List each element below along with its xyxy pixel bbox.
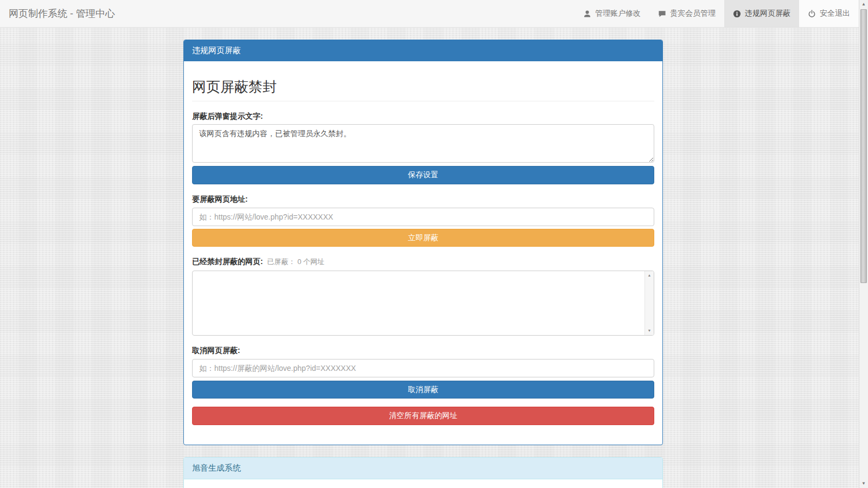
top-navbar: 网页制作系统 - 管理中心 管理账户修改 贵宾会员管理 违规网页屏蔽 安全退出 xyxy=(0,0,859,28)
page-scrollbar[interactable]: ▲ ▼ xyxy=(859,0,868,488)
block-url-label: 要屏蔽网页地址: xyxy=(192,194,654,204)
main-content: 违规网页屏蔽 网页屏蔽禁封 屏蔽后弹窗提示文字: 该网页含有违规内容，已被管理员… xyxy=(183,40,663,488)
unblock-url-label: 取消网页屏蔽: xyxy=(192,345,654,356)
nav-item-label: 管理账户修改 xyxy=(595,9,641,18)
popup-text-input[interactable]: 该网页含有违规内容，已被管理员永久禁封。 xyxy=(192,124,654,163)
blocked-list-scrollbar[interactable]: ▲ ▼ xyxy=(644,271,654,335)
save-settings-button[interactable]: 保存设置 xyxy=(192,166,654,184)
block-panel: 违规网页屏蔽 网页屏蔽禁封 屏蔽后弹窗提示文字: 该网页含有违规内容，已被管理员… xyxy=(183,40,663,445)
scroll-down-icon[interactable]: ▼ xyxy=(645,327,654,335)
blocked-count-badge: 已屏蔽： 0 个网址 xyxy=(267,258,324,266)
generator-panel: 旭音生成系统 xyxy=(183,457,663,488)
comment-icon xyxy=(658,10,666,18)
scrollbar-thumb[interactable] xyxy=(860,9,867,283)
nav-item-vip[interactable]: 贵宾会员管理 xyxy=(649,0,724,27)
nav-item-block-pages[interactable]: 违规网页屏蔽 xyxy=(724,0,799,27)
block-url-input[interactable] xyxy=(192,208,654,226)
nav-item-logout[interactable]: 安全退出 xyxy=(799,0,859,27)
generator-panel-body xyxy=(184,479,662,488)
nav-item-label: 贵宾会员管理 xyxy=(670,9,716,18)
power-icon xyxy=(808,10,816,18)
panel-header: 违规网页屏蔽 xyxy=(184,40,662,61)
clear-all-button[interactable]: 清空所有屏蔽的网址 xyxy=(192,407,654,425)
user-icon xyxy=(583,10,591,18)
popup-text-label: 屏蔽后弹窗提示文字: xyxy=(192,111,654,121)
info-icon xyxy=(733,10,741,18)
scroll-up-icon[interactable]: ▲ xyxy=(645,272,654,279)
panel-body: 网页屏蔽禁封 屏蔽后弹窗提示文字: 该网页含有违规内容，已被管理员永久禁封。 保… xyxy=(184,61,662,445)
nav-item-account[interactable]: 管理账户修改 xyxy=(575,0,649,27)
page-title: 网页屏蔽禁封 xyxy=(192,79,654,101)
blocked-list-label-text: 已经禁封屏蔽的网页: xyxy=(192,257,263,266)
navbar-menu: 管理账户修改 贵宾会员管理 违规网页屏蔽 安全退出 xyxy=(575,0,859,27)
generator-panel-header: 旭音生成系统 xyxy=(184,458,662,479)
brand-title[interactable]: 网页制作系统 - 管理中心 xyxy=(0,0,124,27)
scroll-up-icon[interactable]: ▲ xyxy=(859,0,868,9)
unblock-url-input[interactable] xyxy=(192,359,654,377)
nav-item-label: 安全退出 xyxy=(820,9,850,18)
scroll-down-icon[interactable]: ▼ xyxy=(859,479,868,488)
nav-item-label: 违规网页屏蔽 xyxy=(745,9,790,18)
block-now-button[interactable]: 立即屏蔽 xyxy=(192,229,654,247)
unblock-button[interactable]: 取消屏蔽 xyxy=(192,381,654,399)
blocked-list-label: 已经禁封屏蔽的网页: 已屏蔽： 0 个网址 xyxy=(192,256,654,267)
blocked-urls-list[interactable]: ▲ ▼ xyxy=(192,271,654,336)
